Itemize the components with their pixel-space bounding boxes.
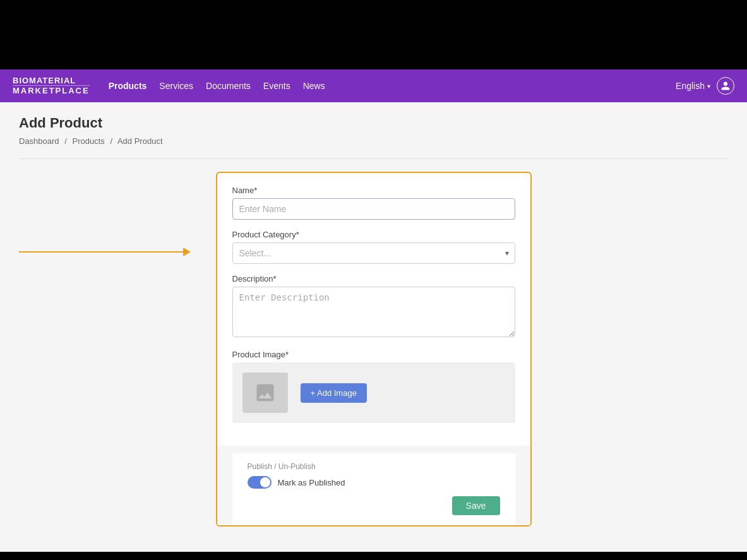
add-image-button[interactable]: + Add Image	[301, 383, 367, 403]
publish-label: Publish / Un-Publish	[248, 462, 500, 471]
nav-products[interactable]: Products	[109, 81, 147, 91]
category-select[interactable]: Select...	[232, 242, 515, 264]
name-input[interactable]	[232, 198, 515, 220]
publish-text: Mark as Published	[278, 478, 345, 487]
language-label: English	[676, 81, 705, 91]
save-row: Save	[232, 489, 515, 525]
navbar-right: English ▾	[676, 77, 734, 95]
language-selector[interactable]: English ▾	[676, 81, 710, 91]
arrow-annotation	[19, 247, 191, 256]
breadcrumb-separator	[19, 158, 728, 159]
form-fields-area: Name* Product Category* Select... ▾ Desc…	[217, 173, 530, 446]
category-label: Product Category*	[232, 230, 515, 239]
logo-top: BIOMATERIAL	[13, 76, 90, 85]
breadcrumb: Dashboard / Products / Add Product	[19, 136, 728, 146]
page-content: Add Product Dashboard / Products / Add P…	[0, 102, 747, 552]
description-label: Description*	[232, 274, 515, 283]
photo-icon	[254, 381, 277, 404]
navbar-left: BIOMATERIAL MARKETPLACE Products Service…	[13, 76, 325, 96]
logo-bottom: MARKETPLACE	[13, 85, 90, 95]
breadcrumb-dashboard[interactable]: Dashboard	[19, 136, 59, 146]
page-title: Add Product	[19, 115, 728, 131]
image-field-group: Product Image* + Add Image	[232, 350, 515, 423]
publish-row: Mark as Published	[248, 476, 500, 489]
name-field-group: Name*	[232, 186, 515, 220]
description-field-group: Description*	[232, 274, 515, 340]
navbar: BIOMATERIAL MARKETPLACE Products Service…	[0, 69, 747, 102]
logo: BIOMATERIAL MARKETPLACE	[13, 76, 90, 96]
image-upload-area: + Add Image	[232, 362, 515, 423]
nav-news[interactable]: News	[303, 81, 325, 91]
category-field-group: Product Category* Select... ▾	[232, 230, 515, 264]
image-label: Product Image*	[232, 350, 515, 359]
add-product-form: Name* Product Category* Select... ▾ Desc…	[216, 172, 532, 527]
arrow-head	[183, 247, 191, 256]
black-bar-bottom	[0, 552, 747, 560]
nav-events[interactable]: Events	[263, 81, 290, 91]
nav-links: Products Services Documents Events News	[109, 81, 325, 91]
nav-documents[interactable]: Documents	[206, 81, 251, 91]
bottom-section: Publish / Un-Publish Mark as Published S…	[217, 446, 530, 525]
arrow-line	[19, 251, 183, 253]
user-icon[interactable]	[717, 77, 734, 95]
publish-section: Publish / Un-Publish Mark as Published	[232, 453, 515, 489]
breadcrumb-products[interactable]: Products	[72, 136, 104, 146]
save-button[interactable]: Save	[452, 496, 500, 515]
breadcrumb-divider-1: /	[64, 136, 67, 146]
toggle-knob	[260, 477, 270, 487]
nav-services[interactable]: Services	[159, 81, 193, 91]
name-label: Name*	[232, 186, 515, 195]
user-svg	[720, 81, 731, 91]
chevron-down-icon: ▾	[707, 83, 710, 90]
breadcrumb-add-product: Add Product	[117, 136, 163, 146]
black-bar-top	[0, 0, 747, 69]
image-placeholder	[242, 372, 288, 413]
category-select-wrapper: Select... ▾	[232, 242, 515, 264]
breadcrumb-divider-2: /	[110, 136, 112, 146]
publish-toggle[interactable]	[248, 476, 272, 489]
description-textarea[interactable]	[232, 287, 515, 337]
